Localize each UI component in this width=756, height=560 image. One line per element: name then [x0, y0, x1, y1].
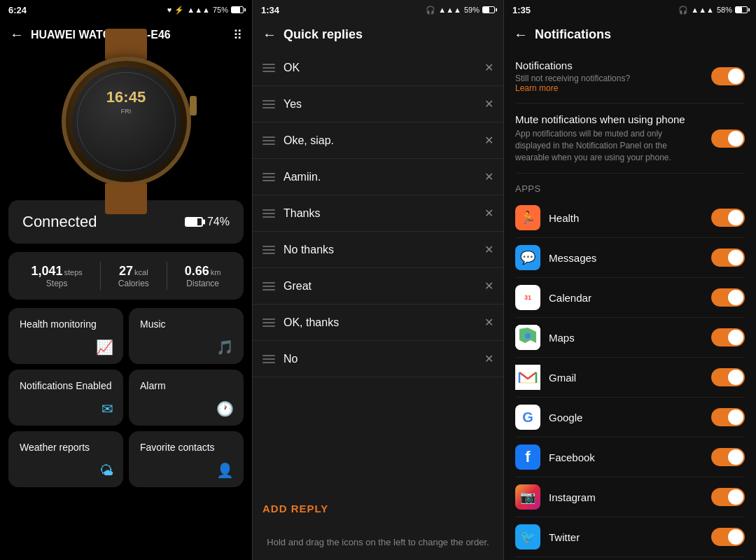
reply-list: OK ✕ Yes ✕ Oke, siap. ✕ Aamiin. ✕	[253, 50, 503, 493]
messages-app-name: Messages	[549, 252, 703, 264]
drag-handle[interactable]	[262, 246, 275, 254]
distance-value: 0.66	[185, 264, 209, 279]
drag-handle[interactable]	[262, 100, 275, 108]
middle-header: ← Quick replies	[253, 20, 503, 50]
watch-battery-pct: 74%	[207, 216, 230, 228]
music-card[interactable]: Music 🎵	[129, 308, 244, 364]
mute-desc: App notifications will be muted and only…	[515, 128, 683, 163]
alarm-icon: 🕐	[216, 400, 234, 417]
reply-text-great: Great	[284, 280, 476, 293]
right-back-button[interactable]: ←	[514, 27, 528, 43]
heart-icon: ♥	[167, 6, 172, 14]
mute-label: Mute notifications when using phone	[515, 113, 703, 125]
drag-handle[interactable]	[262, 136, 275, 145]
reply-item-nothanks[interactable]: No thanks ✕	[253, 232, 503, 268]
delete-reply-okthanks[interactable]: ✕	[484, 316, 493, 329]
reply-item-great[interactable]: Great ✕	[253, 268, 503, 304]
reply-item-oke[interactable]: Oke, siap. ✕	[253, 122, 503, 159]
delete-reply-oke[interactable]: ✕	[484, 134, 493, 147]
drag-handle[interactable]	[262, 173, 275, 181]
reply-text-yes: Yes	[284, 98, 476, 111]
messages-app-toggle[interactable]	[711, 248, 745, 267]
health-app-name: Health	[549, 212, 703, 224]
notifications-enabled-label: Notifications Enabled	[20, 379, 112, 392]
health-app-toggle[interactable]	[711, 209, 745, 227]
app-row-google: G Google	[515, 398, 745, 438]
drag-handle[interactable]	[262, 64, 275, 72]
app-row-instagram: 📷 Instagram	[515, 477, 745, 517]
google-app-name: Google	[549, 412, 703, 424]
calendar-app-name: Calendar	[549, 292, 703, 304]
signal-right-icon: ▲▲▲	[691, 6, 714, 14]
gmail-app-name: Gmail	[549, 372, 703, 384]
mute-toggle-row: Mute notifications when using phone App …	[515, 104, 745, 174]
twitter-app-toggle[interactable]	[711, 528, 745, 546]
watch-strap-top	[105, 29, 147, 59]
delete-reply-great[interactable]: ✕	[484, 279, 493, 293]
right-page-title: Notifications	[535, 27, 611, 42]
google-app-icon: G	[515, 405, 540, 430]
battery-pct-left: 75%	[213, 6, 228, 14]
calendar-app-toggle[interactable]	[711, 288, 745, 307]
still-not-receiving-text: Still not receiving notifications?	[515, 74, 630, 83]
maps-app-toggle[interactable]	[711, 328, 745, 346]
notifications-toggle[interactable]	[711, 67, 745, 85]
reply-text-thanks: Thanks	[284, 207, 476, 220]
battery-indicator: 74%	[185, 216, 230, 228]
health-monitoring-card[interactable]: Health monitoring 📈	[8, 308, 123, 364]
menu-dots-button[interactable]: ⠿	[233, 27, 242, 43]
weather-card[interactable]: Weather reports 🌤	[8, 431, 123, 487]
reply-item-yes[interactable]: Yes ✕	[253, 86, 503, 122]
reply-item-no[interactable]: No ✕	[253, 341, 503, 377]
watch-circle: 16:45 FRI	[62, 57, 191, 186]
distance-stat: 0.66 km Distance	[185, 264, 221, 288]
alarm-card[interactable]: Alarm 🕐	[129, 370, 244, 426]
toggle-knob-mute	[728, 131, 743, 146]
mute-toggle[interactable]	[711, 130, 745, 148]
gmail-app-toggle[interactable]	[711, 368, 745, 386]
notifications-main-label: Notifications	[515, 59, 630, 71]
battery-bar-mid	[482, 6, 495, 13]
maps-app-name: Maps	[549, 332, 703, 344]
reply-text-aamiin: Aamiin.	[284, 171, 476, 183]
instagram-app-toggle[interactable]	[711, 488, 745, 506]
calendar-app-icon: 31	[515, 285, 540, 310]
delete-reply-thanks[interactable]: ✕	[484, 206, 493, 220]
drag-handle[interactable]	[262, 318, 275, 327]
svg-point-0	[77, 73, 175, 171]
drag-handle[interactable]	[262, 355, 275, 363]
right-status-bar: 1:35 🎧 ▲▲▲ 58%	[504, 0, 756, 20]
left-status-time: 6:24	[8, 5, 27, 15]
drag-handle[interactable]	[262, 209, 275, 218]
delete-reply-aamiin[interactable]: ✕	[484, 170, 493, 183]
twitter-app-name: Twitter	[549, 531, 703, 543]
middle-status-bar: 1:34 🎧 ▲▲▲ 59%	[253, 0, 503, 20]
messages-app-icon: 💬	[515, 245, 540, 270]
delete-reply-no[interactable]: ✕	[484, 352, 493, 365]
notifications-enabled-card[interactable]: Notifications Enabled ✉	[8, 370, 123, 426]
learn-more-link[interactable]: Learn more	[515, 83, 558, 93]
reply-item-aamiin[interactable]: Aamiin. ✕	[253, 159, 503, 195]
alarm-label: Alarm	[140, 379, 232, 392]
delete-reply-nothanks[interactable]: ✕	[484, 243, 493, 256]
reply-item-ok[interactable]: OK ✕	[253, 50, 503, 86]
reply-item-thanks[interactable]: Thanks ✕	[253, 195, 503, 232]
facebook-app-toggle[interactable]	[711, 448, 745, 466]
gmail-app-icon	[515, 365, 540, 390]
contacts-card[interactable]: Favorite contacts 👤	[129, 431, 244, 487]
delete-reply-yes[interactable]: ✕	[484, 97, 493, 111]
music-label: Music	[140, 318, 232, 330]
middle-panel: 1:34 🎧 ▲▲▲ 59% ← Quick replies OK ✕ Yes	[252, 0, 504, 560]
battery-mid-pct: 59%	[464, 6, 479, 14]
google-app-toggle[interactable]	[711, 408, 745, 426]
steps-value: 1,041	[31, 264, 62, 279]
reply-item-okthanks[interactable]: OK, thanks ✕	[253, 304, 503, 341]
add-reply-button[interactable]: ADD REPLY	[253, 493, 503, 524]
delete-reply-ok[interactable]: ✕	[484, 61, 493, 74]
mute-label-area: Mute notifications when using phone App …	[515, 113, 703, 163]
notifications-toggle-row: Notifications Still not receiving notifi…	[515, 50, 745, 104]
middle-back-button[interactable]: ←	[262, 27, 276, 43]
calories-unit: kcal	[134, 268, 148, 276]
left-back-button[interactable]: ←	[10, 27, 24, 43]
drag-handle[interactable]	[262, 282, 275, 290]
